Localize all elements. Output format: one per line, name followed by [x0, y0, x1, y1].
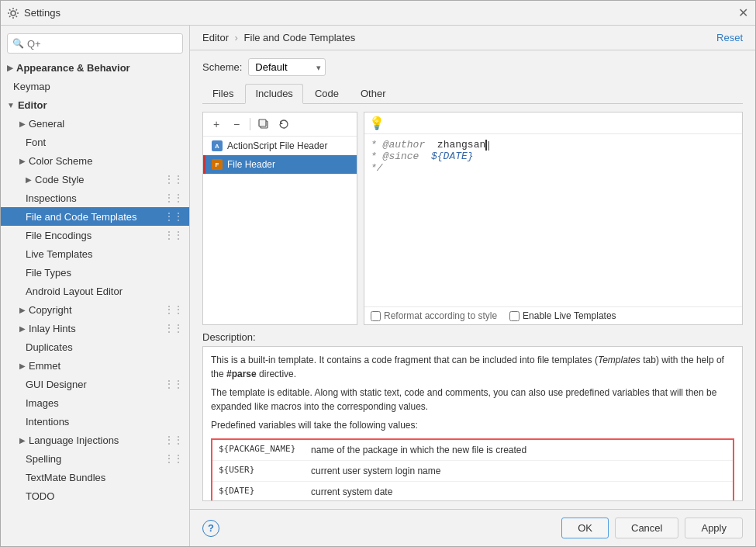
- reformat-checkbox[interactable]: Reformat according to style: [371, 310, 497, 321]
- sidebar-item-editor[interactable]: ▼ Editor: [1, 95, 189, 114]
- sidebar-item-label: Color Scheme: [29, 155, 92, 167]
- settings-icon: ⋮⋮: [164, 192, 183, 203]
- toolbar-divider: [250, 118, 250, 130]
- scheme-select-wrap[interactable]: Default Project: [248, 58, 326, 76]
- right-body: Scheme: Default Project Files Includes: [190, 50, 755, 509]
- reset-button[interactable]: [275, 116, 292, 133]
- sidebar-item-font[interactable]: Font: [1, 133, 189, 151]
- tab-other[interactable]: Other: [350, 84, 396, 103]
- sidebar-item-textmate-bundles[interactable]: TextMate Bundles: [1, 468, 189, 486]
- sidebar-item-label: TODO: [26, 490, 54, 502]
- code-line-2: * @since ${DATE}: [371, 151, 736, 162]
- sidebar-item-todo[interactable]: TODO: [1, 486, 189, 505]
- svg-rect-2: [259, 119, 266, 126]
- sidebar-item-copyright[interactable]: ▶ Copyright ⋮⋮: [1, 300, 189, 319]
- search-input[interactable]: [27, 38, 178, 50]
- sidebar-item-label: Duplicates: [26, 341, 73, 353]
- add-button[interactable]: +: [208, 116, 225, 133]
- settings-icon: ⋮⋮: [164, 434, 183, 445]
- sidebar-item-label: Spelling: [26, 453, 61, 465]
- sidebar-item-general[interactable]: ▶ General: [1, 114, 189, 133]
- sidebar-item-spelling[interactable]: Spelling ⋮⋮: [1, 449, 189, 468]
- sidebar-item-inlay-hints[interactable]: ▶ Inlay Hints ⋮⋮: [1, 319, 189, 338]
- list-item[interactable]: A ActionScript File Header: [203, 137, 357, 155]
- search-box[interactable]: 🔍: [7, 33, 183, 54]
- close-button[interactable]: ✕: [737, 7, 749, 19]
- live-templates-checkbox[interactable]: Enable Live Templates: [509, 310, 616, 321]
- editor-bottom-bar: Reformat according to style Enable Live …: [364, 306, 742, 324]
- sidebar-item-file-encodings[interactable]: File Encodings ⋮⋮: [1, 226, 189, 244]
- sidebar-item-language-injections[interactable]: ▶ Language Injections ⋮⋮: [1, 431, 189, 449]
- template-editor-panel: 💡 * @author zhangsan| * @since ${DATE} *…: [364, 112, 743, 325]
- ok-button[interactable]: OK: [561, 518, 609, 538]
- apply-button[interactable]: Apply: [685, 518, 743, 538]
- tab-includes[interactable]: Includes: [245, 84, 302, 104]
- search-icon: 🔍: [12, 38, 24, 49]
- sidebar-item-label: Language Injections: [29, 434, 119, 446]
- remove-button[interactable]: −: [228, 116, 245, 133]
- sidebar-item-keymap[interactable]: Keymap: [1, 77, 189, 95]
- cancel-button[interactable]: Cancel: [615, 518, 678, 538]
- template-list: A ActionScript File Header F File Header: [203, 137, 357, 324]
- sidebar-item-android-layout-editor[interactable]: Android Layout Editor: [1, 282, 189, 300]
- var-desc-1: name of the package in which the new fil…: [305, 439, 734, 461]
- settings-window: Settings ✕ 🔍 ▶ Appearance & Behavior Key…: [0, 0, 756, 547]
- tab-files[interactable]: Files: [202, 84, 243, 103]
- description-panel: Description: This is a built-in template…: [202, 331, 743, 501]
- scheme-label: Scheme:: [202, 61, 242, 73]
- template-list-panel: + −: [202, 112, 357, 325]
- reset-link[interactable]: Reset: [716, 32, 743, 43]
- sidebar-item-label: Images: [26, 397, 59, 409]
- copy-icon: [258, 119, 269, 130]
- svg-point-0: [11, 11, 16, 16]
- sidebar-item-code-style[interactable]: ▶ Code Style ⋮⋮: [1, 170, 189, 189]
- list-item[interactable]: F File Header: [203, 155, 357, 174]
- sidebar-item-file-and-code-templates[interactable]: File and Code Templates ⋮⋮: [1, 207, 189, 226]
- sidebar-item-gui-designer[interactable]: GUI Designer ⋮⋮: [1, 375, 189, 393]
- copy-button[interactable]: [255, 116, 272, 133]
- live-templates-input[interactable]: [509, 311, 520, 321]
- sidebar-item-label: File Encodings: [26, 230, 91, 241]
- sidebar-item-label: Copyright: [29, 304, 72, 316]
- settings-icon: ⋮⋮: [164, 304, 183, 315]
- sidebar-item-label: Live Templates: [26, 248, 92, 260]
- expand-icon: ▶: [26, 175, 32, 184]
- sidebar-item-inspections[interactable]: Inspections ⋮⋮: [1, 189, 189, 207]
- sidebar-item-images[interactable]: Images: [1, 393, 189, 412]
- settings-icon: ⋮⋮: [164, 379, 183, 389]
- sidebar-item-label: Editor: [18, 99, 47, 111]
- code-editor[interactable]: * @author zhangsan| * @since ${DATE} */: [364, 134, 742, 306]
- editor-toolbar: 💡: [364, 113, 742, 134]
- sidebar-item-label: File Types: [26, 267, 71, 279]
- sidebar-item-emmet[interactable]: ▶ Emmet: [1, 356, 189, 375]
- expand-icon: ▶: [19, 119, 26, 128]
- right-header: Editor › File and Code Templates Reset: [190, 26, 755, 50]
- sidebar-item-label: Font: [26, 137, 46, 148]
- settings-icon: ⋮⋮: [164, 230, 183, 241]
- breadcrumb-parent: Editor: [202, 32, 229, 43]
- sidebar-item-color-scheme[interactable]: ▶ Color Scheme: [1, 151, 189, 170]
- sidebar-item-label: Keymap: [13, 81, 50, 92]
- expand-icon: ▼: [7, 101, 15, 109]
- sidebar-item-file-types[interactable]: File Types: [1, 263, 189, 282]
- tab-code[interactable]: Code: [305, 84, 349, 103]
- settings-icon: ⋮⋮: [164, 211, 183, 222]
- file-header-icon: F: [212, 159, 223, 170]
- sidebar-item-live-templates[interactable]: Live Templates: [1, 244, 189, 263]
- expand-icon: ▶: [19, 157, 26, 165]
- tabs: Files Includes Code Other: [202, 84, 743, 104]
- scheme-select[interactable]: Default Project: [248, 58, 326, 76]
- var-name-1: ${PACKAGE_NAME}: [212, 439, 305, 461]
- reformat-label: Reformat according to style: [384, 310, 497, 321]
- sidebar-item-duplicates[interactable]: Duplicates: [1, 338, 189, 356]
- description-box: This is a built-in template. It contains…: [202, 346, 743, 501]
- reformat-input[interactable]: [371, 311, 381, 321]
- sidebar-item-label: Inlay Hints: [29, 323, 76, 334]
- sidebar-item-appearance[interactable]: ▶ Appearance & Behavior: [1, 58, 189, 77]
- expand-icon: ▶: [7, 64, 13, 72]
- help-button[interactable]: ?: [202, 520, 219, 537]
- bottom-left: ?: [202, 520, 219, 537]
- bottom-buttons: ? OK Cancel Apply: [190, 509, 755, 546]
- reset-icon: [278, 119, 289, 130]
- sidebar-item-intentions[interactable]: Intentions: [1, 412, 189, 431]
